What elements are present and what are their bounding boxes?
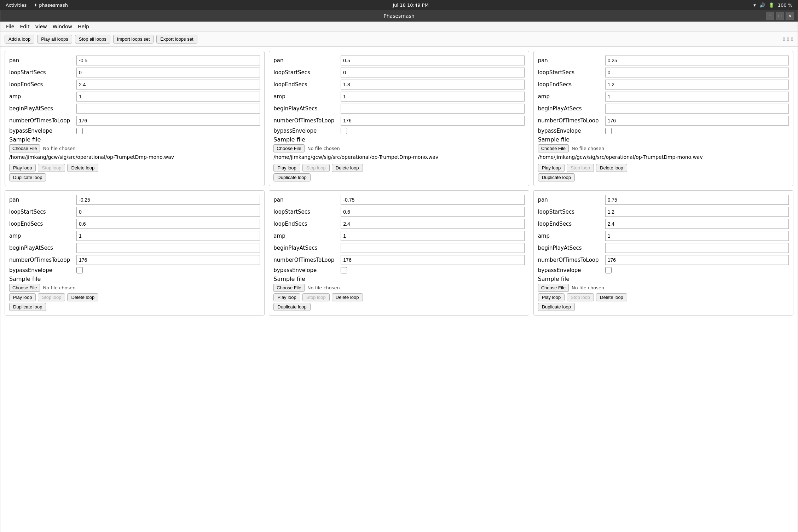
loop-end-input-0[interactable] [76,80,260,89]
begin-play-input-2[interactable] [605,104,789,114]
delete-loop-button-1[interactable]: Delete loop [332,164,363,172]
amp-input-5[interactable] [605,231,789,241]
loop-end-input-5[interactable] [605,219,789,229]
duplicate-loop-button-3[interactable]: Duplicate loop [9,303,46,311]
stop-loop-button-1[interactable]: Stop loop [302,164,330,172]
play-all-loops-button[interactable]: Play all loops [37,35,72,44]
amp-input-0[interactable] [76,92,260,102]
pan-input-2[interactable] [605,56,789,65]
pan-input-3[interactable] [76,195,260,205]
menu-help[interactable]: Help [75,23,92,30]
menu-window[interactable]: Window [50,23,75,30]
delete-loop-button-2[interactable]: Delete loop [596,164,627,172]
play-loop-button-3[interactable]: Play loop [9,293,36,301]
num-loops-input-5[interactable] [605,255,789,265]
choose-file-button-3[interactable]: Choose File [9,284,40,292]
amp-field-0: amp [9,92,260,102]
bypass-envelope-checkbox-2[interactable] [605,128,612,134]
play-loop-button-5[interactable]: Play loop [538,293,565,301]
begin-play-label-2: beginPlayAtSecs [538,105,605,112]
duplicate-loop-button-4[interactable]: Duplicate loop [273,303,310,311]
begin-play-input-1[interactable] [341,104,524,114]
stop-loop-button-5[interactable]: Stop loop [567,293,594,301]
maximize-button[interactable]: □ [776,12,784,20]
duplicate-loop-button-1[interactable]: Duplicate loop [273,173,310,181]
play-loop-button-1[interactable]: Play loop [273,164,300,172]
stop-loop-button-3[interactable]: Stop loop [38,293,65,301]
loop-start-input-2[interactable] [605,68,789,77]
pan-input-0[interactable] [76,56,260,65]
duplicate-loop-button-2[interactable]: Duplicate loop [538,173,575,181]
system-bar-datetime: Jul 18 10:49 PM [393,2,429,8]
begin-play-input-5[interactable] [605,243,789,253]
play-loop-button-0[interactable]: Play loop [9,164,36,172]
bypass-envelope-checkbox-4[interactable] [341,267,347,273]
amp-input-2[interactable] [605,92,789,102]
pan-input-1[interactable] [341,56,524,65]
choose-file-button-0[interactable]: Choose File [9,144,40,152]
loop-start-input-3[interactable] [76,207,260,217]
loop-start-input-1[interactable] [341,68,524,77]
no-file-text-4: No file chosen [307,285,340,290]
bypass-envelope-checkbox-3[interactable] [76,267,83,273]
play-loop-button-4[interactable]: Play loop [273,293,300,301]
num-loops-input-1[interactable] [341,116,524,126]
duplicate-loop-button-5[interactable]: Duplicate loop [538,303,575,311]
amp-input-1[interactable] [341,92,524,102]
begin-play-input-4[interactable] [341,243,524,253]
amp-input-4[interactable] [341,231,524,241]
num-loops-field-4: numberOfTimesToLoop [273,255,524,265]
menu-file[interactable]: File [3,23,17,30]
delete-loop-button-0[interactable]: Delete loop [67,164,98,172]
bypass-envelope-checkbox-0[interactable] [76,128,83,134]
duplicate-loop-button-0[interactable]: Duplicate loop [9,173,46,181]
choose-file-button-2[interactable]: Choose File [538,144,569,152]
begin-play-input-3[interactable] [76,243,260,253]
loop-start-input-4[interactable] [341,207,524,217]
sound-icon: 🔊 [759,2,765,8]
loop-end-input-1[interactable] [341,80,524,89]
num-loops-input-4[interactable] [341,255,524,265]
wifi-icon: ▾ [753,2,756,8]
pan-input-4[interactable] [341,195,524,205]
loop-end-input-2[interactable] [605,80,789,89]
amp-field-4: amp [273,231,524,241]
stop-all-loops-button[interactable]: Stop all loops [75,35,110,44]
loop-end-input-3[interactable] [76,219,260,229]
delete-loop-button-4[interactable]: Delete loop [332,293,363,301]
loop-start-input-5[interactable] [605,207,789,217]
add-loop-button[interactable]: Add a loop [5,35,34,44]
activities-label[interactable]: Activities [6,2,27,8]
num-loops-label-4: numberOfTimesToLoop [273,257,341,263]
battery-icon: 🔋 [769,2,774,8]
num-loops-input-0[interactable] [76,116,260,126]
num-loops-input-3[interactable] [76,255,260,265]
loop-end-input-4[interactable] [341,219,524,229]
menu-edit[interactable]: Edit [17,23,32,30]
play-loop-button-2[interactable]: Play loop [538,164,565,172]
choose-file-button-4[interactable]: Choose File [273,284,304,292]
export-loops-button[interactable]: Export loops set [156,35,197,44]
delete-loop-button-5[interactable]: Delete loop [596,293,627,301]
choose-file-button-1[interactable]: Choose File [273,144,304,152]
bypass-envelope-checkbox-1[interactable] [341,128,347,134]
begin-play-input-0[interactable] [76,104,260,114]
stop-loop-button-0[interactable]: Stop loop [38,164,65,172]
begin-play-field-1: beginPlayAtSecs [273,104,524,114]
bypass-envelope-checkbox-5[interactable] [605,267,612,273]
choose-file-button-5[interactable]: Choose File [538,284,569,292]
stop-loop-button-4[interactable]: Stop loop [302,293,330,301]
delete-loop-button-3[interactable]: Delete loop [67,293,98,301]
system-bar-left: Activities ✦ phasesmash [6,2,68,8]
stop-loop-button-2[interactable]: Stop loop [567,164,594,172]
menu-view[interactable]: View [33,23,50,30]
amp-input-3[interactable] [76,231,260,241]
loop-start-input-0[interactable] [76,68,260,77]
minimize-button[interactable]: − [766,12,774,20]
pan-label-0: pan [9,57,76,64]
sample-file-label-3: Sample file [9,276,260,282]
close-button[interactable]: ✕ [786,12,794,20]
pan-input-5[interactable] [605,195,789,205]
num-loops-input-2[interactable] [605,116,789,126]
import-loops-button[interactable]: Import loops set [113,35,154,44]
